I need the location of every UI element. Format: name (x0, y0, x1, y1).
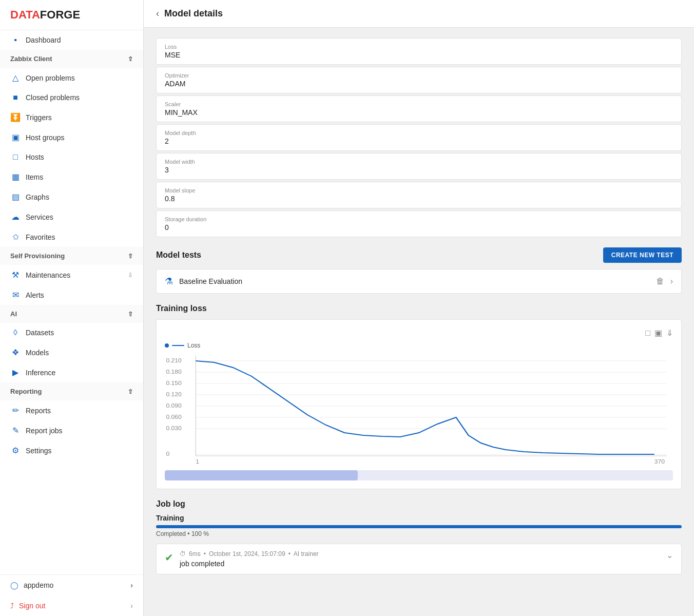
svg-text:1: 1 (196, 459, 199, 465)
chart-container: □ ▣ ⇓ Loss 0.210 0.180 0.150 0.120 0.090 (156, 319, 682, 489)
test-navigate-button[interactable]: › (670, 277, 673, 286)
sidebar-label-maintenances: Maintenances (26, 271, 123, 279)
logo: DATA FORGE (0, 0, 143, 30)
progress-bar-container (156, 525, 682, 528)
chart-download-button[interactable]: ⇓ (666, 328, 673, 338)
create-new-test-button[interactable]: CREATE NEW TEST (603, 247, 682, 263)
job-expand-button[interactable]: ⌄ (666, 550, 673, 560)
sidebar-item-dashboard[interactable]: ▪ Dashboard (0, 30, 143, 50)
back-button[interactable]: ‹ (156, 8, 159, 19)
field-card: Scaler MIN_MAX (156, 95, 682, 122)
sidebar-label-alerts: Alerts (26, 291, 133, 299)
sidebar-section-zabbix[interactable]: Zabbix Client ⇧ (0, 50, 143, 68)
sidebar-section-reporting-label: Reporting (10, 388, 123, 395)
sidebar-item-alerts[interactable]: ✉ Alerts (0, 285, 143, 305)
user-chevron-right-icon: › (130, 581, 133, 589)
sidebar-label-graphs: Graphs (26, 193, 133, 201)
host-groups-icon: ▣ (10, 132, 21, 142)
sidebar-item-models[interactable]: ❖ Models (0, 342, 143, 362)
items-icon: ▦ (10, 172, 21, 182)
hosts-icon: □ (10, 152, 21, 162)
sidebar-item-maintenances[interactable]: ⚒ Maintenances ⇩ (0, 265, 143, 285)
sidebar-item-datasets[interactable]: ◊ Datasets (0, 323, 143, 342)
job-source: AI trainer (294, 550, 319, 557)
page-title: Model details (164, 8, 223, 19)
field-value: ADAM (165, 80, 673, 88)
test-flask-icon: ⚗ (165, 276, 173, 287)
chart-fullscreen-button[interactable]: ▣ (654, 328, 662, 338)
main-header: ‹ Model details (144, 0, 694, 28)
sidebar-label-report-jobs: Report jobs (26, 427, 133, 435)
sidebar-item-services[interactable]: ☁ Services (0, 207, 143, 227)
legend-dot (165, 343, 169, 348)
field-card: Loss MSE (156, 38, 682, 65)
chevron-up-icon: ⇧ (128, 55, 133, 63)
main-content: ‹ Model details Loss MSE Optimizer ADAM … (144, 0, 694, 616)
chevron-up-icon-ai: ⇧ (128, 311, 133, 318)
sidebar-item-closed-problems[interactable]: ■ Closed problems (0, 88, 143, 107)
training-loss-header: Training loss (156, 304, 682, 313)
sidebar-label-items: Items (26, 173, 133, 181)
field-label: Model slope (165, 187, 673, 194)
legend-label: Loss (187, 342, 200, 349)
job-entry-body: ⏱ 6ms • October 1st, 2024, 15:07:09 • AI… (180, 550, 660, 568)
alerts-icon: ✉ (10, 290, 21, 300)
sidebar-item-hosts[interactable]: □ Hosts (0, 147, 143, 167)
training-loss-section: Training loss □ ▣ ⇓ Loss 0.210 0.180 (156, 304, 682, 489)
sidebar-item-host-groups[interactable]: ▣ Host groups (0, 127, 143, 147)
chart-scrubber-handle (165, 470, 358, 480)
field-card: Optimizer ADAM (156, 67, 682, 93)
training-loss-chart: 0.210 0.180 0.150 0.120 0.090 0.060 0.03… (165, 353, 673, 466)
job-entry: ✔ ⏱ 6ms • October 1st, 2024, 15:07:09 • … (156, 544, 682, 574)
sidebar-user[interactable]: ◯ appdemo › (0, 575, 143, 595)
field-label: Loss (165, 44, 673, 50)
sidebar-item-favorites[interactable]: ✩ Favorites (0, 227, 143, 247)
chart-scrubber[interactable] (165, 470, 673, 480)
chart-expand-button[interactable]: □ (645, 328, 650, 338)
sidebar-item-report-jobs[interactable]: ✎ Report jobs (0, 420, 143, 440)
sidebar-section-self-provisioning[interactable]: Self Provisioning ⇧ (0, 247, 143, 265)
test-name: Baseline Evaluation (179, 277, 650, 285)
sidebar-label-datasets: Datasets (26, 329, 133, 337)
model-tests-title: Model tests (156, 251, 201, 260)
field-label: Storage duration (165, 216, 673, 222)
field-label: Optimizer (165, 72, 673, 79)
chart-toolbar: □ ▣ ⇓ (165, 328, 673, 338)
sidebar-section-reporting[interactable]: Reporting ⇧ (0, 382, 143, 400)
svg-text:0.180: 0.180 (166, 369, 181, 375)
report-jobs-icon: ✎ (10, 426, 21, 435)
open-problems-icon: △ (10, 73, 21, 83)
field-card: Model width 3 (156, 153, 682, 180)
sidebar-item-graphs[interactable]: ▤ Graphs (0, 187, 143, 207)
svg-text:0.210: 0.210 (166, 358, 181, 363)
job-duration: 6ms (189, 550, 201, 557)
dashboard-icon: ▪ (10, 35, 21, 45)
legend-line (172, 345, 184, 346)
sidebar-section-ai[interactable]: AI ⇧ (0, 305, 143, 323)
main-body: Loss MSE Optimizer ADAM Scaler MIN_MAX M… (144, 28, 694, 585)
svg-text:0.060: 0.060 (166, 414, 181, 420)
signout-icon: ⤴ (10, 602, 14, 610)
settings-icon: ⚙ (10, 446, 21, 455)
graphs-icon: ▤ (10, 192, 21, 202)
sidebar-signout[interactable]: ⤴ Sign out › (0, 595, 143, 616)
sidebar-item-triggers[interactable]: ⏬ Triggers (0, 107, 143, 127)
field-value: 3 (165, 166, 673, 174)
test-delete-button[interactable]: 🗑 (656, 277, 664, 286)
sidebar-item-settings[interactable]: ⚙ Settings (0, 440, 143, 460)
sidebar-section-ai-label: AI (10, 310, 123, 318)
services-icon: ☁ (10, 212, 21, 222)
field-value: MSE (165, 51, 673, 59)
sidebar-item-items[interactable]: ▦ Items (0, 167, 143, 187)
field-label: Model width (165, 159, 673, 165)
sidebar-label-triggers: Triggers (26, 113, 133, 122)
models-icon: ❖ (10, 348, 21, 357)
sidebar-label-inference: Inference (26, 369, 133, 377)
sidebar-item-inference[interactable]: ▶ Inference (0, 362, 143, 382)
chevron-up-icon-rep: ⇧ (128, 388, 133, 395)
sidebar-item-reports[interactable]: ✏ Reports (0, 400, 143, 420)
sidebar-item-open-problems[interactable]: △ Open problems (0, 68, 143, 88)
sidebar-label-open-problems: Open problems (26, 74, 133, 82)
field-card: Model slope 0.8 (156, 182, 682, 208)
sidebar-label-dashboard: Dashboard (26, 36, 133, 44)
